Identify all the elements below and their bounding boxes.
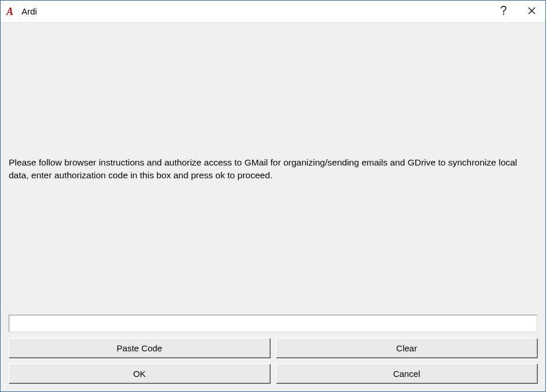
instruction-text: Please follow browser instructions and a… bbox=[9, 156, 537, 181]
titlebar: A Ardi bbox=[1, 1, 545, 23]
button-row-2: OK Cancel bbox=[9, 364, 537, 383]
app-icon: A bbox=[5, 6, 17, 17]
help-icon bbox=[500, 6, 507, 17]
spacer bbox=[9, 30, 537, 156]
dialog-client-area: Please follow browser instructions and a… bbox=[1, 23, 545, 391]
dialog-window: A Ardi Please follow bro bbox=[0, 0, 546, 392]
paste-code-button[interactable]: Paste Code bbox=[9, 338, 270, 358]
window-title: Ardi bbox=[21, 6, 490, 16]
spacer bbox=[9, 188, 537, 315]
cancel-button[interactable]: Cancel bbox=[276, 364, 537, 383]
ok-button[interactable]: OK bbox=[9, 364, 270, 383]
authorization-code-input[interactable] bbox=[9, 315, 537, 332]
clear-button[interactable]: Clear bbox=[276, 338, 537, 358]
button-row-1: Paste Code Clear bbox=[9, 338, 537, 358]
help-button[interactable] bbox=[490, 1, 518, 22]
svg-text:A: A bbox=[6, 6, 13, 17]
close-icon bbox=[528, 6, 536, 17]
close-button[interactable] bbox=[518, 1, 545, 22]
titlebar-buttons bbox=[490, 1, 545, 22]
